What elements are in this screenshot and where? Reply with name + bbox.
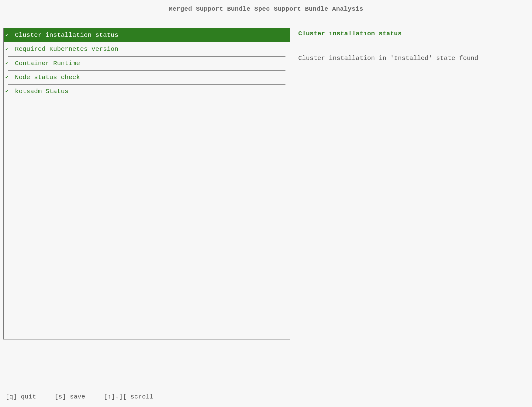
- hint-save: [s] save: [54, 393, 85, 400]
- hint-scroll: [↑]↓][ scroll: [104, 393, 154, 400]
- detail-title: Cluster installation status: [298, 30, 529, 37]
- checkmark-icon: ✔: [5, 60, 8, 66]
- main-layout: ✔ Cluster installation status ✔ Required…: [0, 28, 532, 339]
- checks-list-panel[interactable]: ✔ Cluster installation status ✔ Required…: [3, 28, 290, 339]
- checkmark-icon: ✔: [5, 75, 8, 81]
- check-item-label: Required Kubernetes Version: [15, 45, 118, 53]
- check-item-container-runtime[interactable]: ✔ Container Runtime: [4, 57, 290, 70]
- detail-panel: Cluster installation status Cluster inst…: [290, 28, 529, 339]
- page-title: Merged Support Bundle Spec Support Bundl…: [0, 0, 532, 28]
- check-item-kotsadm-status[interactable]: ✔ kotsadm Status: [4, 85, 290, 98]
- checkmark-icon: ✔: [5, 32, 8, 38]
- page-title-text: Merged Support Bundle Spec Support Bundl…: [169, 5, 363, 12]
- check-item-node-status-check[interactable]: ✔ Node status check: [4, 71, 290, 84]
- hint-quit: [q] quit: [5, 393, 36, 400]
- check-item-required-kubernetes-version[interactable]: ✔ Required Kubernetes Version: [4, 42, 290, 56]
- detail-body: Cluster installation in 'Installed' stat…: [298, 55, 529, 62]
- keyboard-hints: [q] quit [s] save [↑]↓][ scroll: [5, 393, 168, 400]
- checkmark-icon: ✔: [5, 89, 8, 95]
- check-item-label: Container Runtime: [15, 59, 80, 68]
- checkmark-icon: ✔: [5, 46, 8, 52]
- check-item-cluster-installation-status[interactable]: ✔ Cluster installation status: [4, 28, 290, 42]
- check-item-label: Node status check: [15, 73, 80, 82]
- check-item-label: Cluster installation status: [15, 31, 118, 39]
- check-item-label: kotsadm Status: [15, 87, 68, 96]
